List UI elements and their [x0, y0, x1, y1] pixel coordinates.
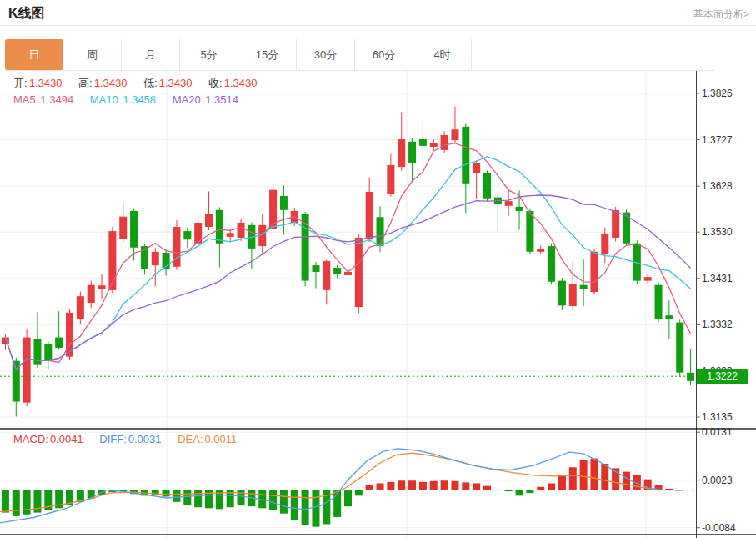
page-title: K线图 [8, 5, 45, 23]
macd-histogram-bar [398, 480, 405, 490]
macd-histogram-bar [302, 490, 309, 525]
macd-histogram-bar [623, 472, 630, 490]
tab-日[interactable]: 日 [5, 39, 63, 70]
main-chart-panel: 1.38261.37271.36281.35301.34311.33321.32… [0, 71, 756, 428]
candle-body [676, 323, 683, 373]
candle-body [548, 246, 555, 282]
ma-legend: MA5:1.3494 MA10:1.3458 MA20:1.3514 [13, 93, 252, 106]
ma5-value: 1.3494 [40, 93, 73, 106]
macd-histogram-bar [163, 490, 170, 496]
price-tick-label: 1.3826 [702, 88, 733, 99]
macd-histogram-bar [462, 482, 469, 490]
tab-60分[interactable]: 60分 [355, 39, 413, 70]
ma10-value: 1.3458 [123, 93, 156, 106]
macd-histogram-bar [505, 490, 513, 491]
close-value: 1.3430 [224, 77, 258, 89]
close-label: 收: [208, 77, 223, 89]
candle-body [398, 139, 405, 167]
dea-value: 0.0011 [205, 433, 238, 445]
candle-body [183, 231, 191, 239]
macd-histogram-bar [419, 482, 427, 490]
candle-body [665, 315, 673, 319]
macd-histogram-bar [473, 483, 480, 490]
ma10-label: MA10: [90, 93, 122, 106]
price-tick-label: 1.3727 [702, 134, 733, 146]
candle-body [98, 285, 106, 289]
fundamental-analysis-link[interactable]: 基本面分析> [693, 8, 749, 22]
tab-15分[interactable]: 15分 [238, 39, 297, 70]
macd-histogram-bar [291, 490, 298, 520]
macd-histogram-bar [558, 476, 566, 490]
low-label: 低: [143, 77, 158, 89]
candle-body [473, 163, 480, 173]
candle-body [323, 261, 330, 290]
macd-histogram-bar [23, 490, 31, 515]
candle-body [302, 214, 309, 281]
candle-body [377, 217, 384, 246]
macd-label: MACD: [13, 433, 48, 445]
candle-body [537, 249, 544, 251]
open-value: 1.3430 [29, 77, 63, 89]
current-price-badge: 1.3222 [697, 369, 748, 384]
ma-line-ma10 [5, 157, 690, 370]
candle-body [483, 173, 491, 199]
ma5-label: MA5: [13, 93, 38, 106]
macd-histogram-bar [408, 480, 416, 490]
tab-30分[interactable]: 30分 [297, 39, 355, 70]
candle-body [88, 285, 95, 303]
macd-histogram-bar [387, 482, 394, 490]
macd-tick-label: 0.0023 [702, 475, 733, 486]
candle-body [580, 285, 588, 289]
candle-body [355, 238, 363, 307]
candle-body [655, 285, 663, 319]
candle-body [280, 196, 288, 210]
tab-月[interactable]: 月 [122, 39, 180, 70]
candle-body [238, 223, 245, 238]
macd-histogram-bar [269, 490, 277, 510]
candle-body [558, 281, 566, 306]
macd-histogram-bar [183, 490, 191, 505]
candle-body [387, 165, 394, 194]
candle-body [462, 127, 469, 184]
candle-body [312, 265, 319, 272]
macd-histogram-bar [312, 490, 319, 527]
candle-body [130, 211, 138, 248]
macd-histogram-bar [333, 490, 341, 517]
candle-body [430, 143, 438, 146]
candle-body [505, 201, 513, 206]
candle-body [644, 277, 652, 280]
candlestick-chart: 1.38261.37271.36281.35301.34311.33321.32… [0, 71, 756, 428]
tab-周[interactable]: 周 [63, 39, 122, 70]
ma20-value: 1.3514 [205, 93, 238, 106]
candle-body [205, 214, 213, 227]
macd-histogram-bar [516, 490, 523, 495]
macd-histogram-bar [355, 490, 363, 495]
macd-histogram-bar [483, 486, 491, 490]
candle-body [227, 233, 234, 236]
macd-histogram-bar [601, 464, 608, 490]
price-tick-label: 1.3332 [702, 319, 733, 330]
ma20-label: MA20: [173, 93, 204, 106]
candle-body [333, 268, 341, 274]
macd-histogram-bar [451, 481, 458, 490]
macd-value: 0.0041 [50, 433, 83, 445]
open-label: 开: [13, 77, 28, 89]
kline-page: K线图 基本面分析> 日周月5分15分30分60分4时 1.38261.3727… [0, 0, 756, 538]
candle-body [516, 207, 523, 211]
macd-histogram-bar [430, 481, 438, 490]
macd-histogram-bar [526, 490, 533, 493]
diff-label: DIFF: [99, 433, 127, 445]
high-label: 高: [78, 77, 93, 89]
candle-body [441, 135, 448, 150]
macd-histogram-bar [569, 467, 577, 490]
timeframe-tabs[interactable]: 日周月5分15分30分60分4时 [5, 39, 715, 71]
tab-5分[interactable]: 5分 [180, 39, 238, 70]
candle-body [152, 252, 159, 265]
ma-line-ma5 [5, 143, 690, 370]
tab-4时[interactable]: 4时 [413, 39, 472, 70]
price-tick-label: 1.3135 [702, 411, 733, 423]
candle-body [419, 139, 427, 146]
macd-histogram-bar [88, 490, 95, 499]
macd-histogram-bar [2, 490, 9, 513]
candle-body [366, 192, 373, 239]
